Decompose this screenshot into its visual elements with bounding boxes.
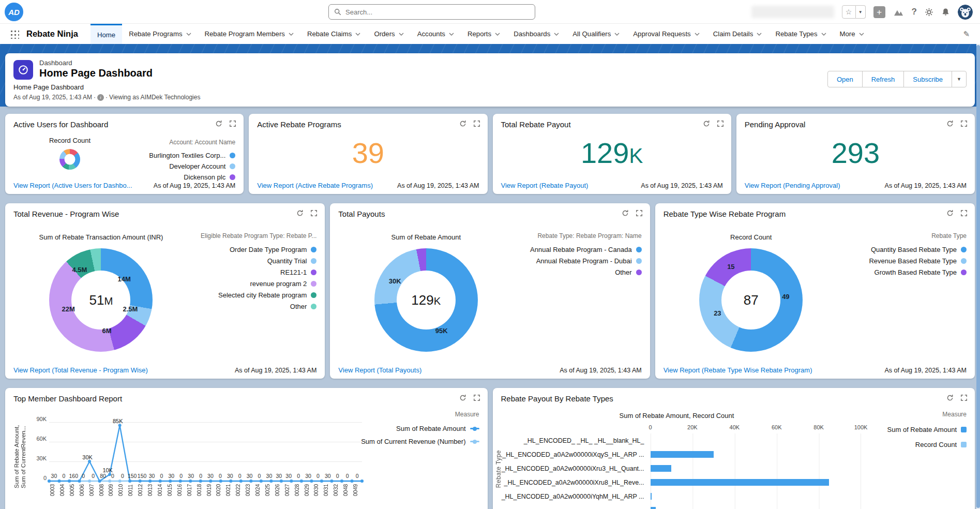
legend-dot	[230, 163, 235, 169]
chevron-down-icon	[757, 33, 762, 36]
slice-label: 95K	[435, 327, 448, 335]
chevron-down-icon	[614, 33, 620, 36]
nav-tab[interactable]: Rebate Program Members	[198, 24, 300, 44]
widget-total-revenue-program-wise: Total Revenue - Program Wise Sum of Reba…	[5, 203, 325, 379]
view-report-link[interactable]: View Report (Active Users for Dashbo...	[13, 182, 132, 189]
expand-icon[interactable]	[473, 120, 480, 127]
nav-tab[interactable]: Rebate Claims	[300, 24, 368, 44]
notifications-bell-icon[interactable]	[941, 8, 950, 17]
view-report-link[interactable]: View Report (Total Revenue - Program Wis…	[13, 366, 148, 374]
edit-page-pencil-icon[interactable]: ✎	[963, 29, 970, 39]
dashboard-subtitle: Home Page Dashboard	[13, 83, 84, 91]
refresh-icon[interactable]	[703, 120, 710, 127]
donut-chart[interactable]	[59, 149, 80, 170]
chevron-down-icon	[399, 33, 404, 36]
expand-icon[interactable]	[717, 120, 724, 127]
expand-icon[interactable]	[636, 209, 643, 217]
search-input[interactable]	[345, 8, 530, 16]
widget-total-payouts: Total Payouts Sum of Rebate Amount 129K …	[330, 203, 650, 379]
trailhead-icon[interactable]	[893, 8, 904, 17]
slice-label: 22M	[62, 305, 74, 313]
refresh-icon[interactable]	[215, 120, 222, 127]
widget-asof: As of Aug 19, 2025, 1:43 AM	[235, 367, 316, 374]
scrollbar-thumb[interactable]	[976, 45, 980, 508]
legend-item: Sum of Rebate Amount	[361, 422, 479, 435]
refresh-icon[interactable]	[946, 120, 954, 127]
more-actions-dropdown[interactable]: ▼	[952, 71, 967, 87]
refresh-icon[interactable]	[946, 394, 954, 401]
nav-tab[interactable]: Claim Details	[706, 24, 769, 44]
view-report-link[interactable]: View Report (Total Payouts)	[338, 366, 421, 374]
donut-chart[interactable]: 87 49 23 15	[699, 248, 803, 352]
expand-icon[interactable]	[229, 120, 236, 127]
refresh-icon[interactable]	[459, 120, 466, 127]
legend-line-marker	[470, 441, 479, 442]
setup-gear-icon[interactable]	[925, 8, 933, 17]
chevron-down-icon	[449, 33, 454, 36]
user-avatar[interactable]	[958, 5, 973, 20]
legend-dot	[961, 247, 967, 252]
metric-value: 129K	[493, 139, 731, 168]
widget-title: Rebate Payout By Rebate Types	[501, 394, 613, 403]
donut-chart[interactable]: 51M 14M 2.5M 6M 22M 4.5M	[49, 248, 153, 352]
view-report-link[interactable]: View Report (Rebate Payout)	[501, 182, 589, 189]
chart-legend: Rebate Type: Rebate Program: Name Annual…	[530, 232, 642, 278]
open-button[interactable]: Open	[827, 71, 863, 87]
refresh-icon[interactable]	[622, 209, 629, 217]
nav-tab[interactable]: Accounts	[411, 24, 461, 44]
help-icon[interactable]: ?	[912, 7, 917, 17]
widget-title: Total Rebate Payout	[501, 120, 571, 129]
nav-tab[interactable]: Rebate Programs	[122, 24, 198, 44]
chart-legend: Account: Account Name Burlington Textile…	[149, 139, 235, 183]
nav-tab[interactable]: Reports	[461, 24, 507, 44]
global-actions-add-icon[interactable]: +	[873, 6, 885, 18]
nav-tab[interactable]: All Qualifiers	[566, 24, 626, 44]
widget-title: Rebate Type Wise Rebate Program	[664, 209, 786, 218]
legend-item: Annual Rebate Program - Canada	[530, 244, 642, 255]
subscribe-button[interactable]: Subscribe	[903, 71, 952, 87]
info-icon[interactable]: i	[97, 94, 104, 101]
legend-item: Sum of Current Revenue (Number)	[361, 435, 479, 448]
widget-active-rebate-programs: Active Rebate Programs 39 View Report (A…	[249, 114, 487, 194]
nav-tab[interactable]: Approval Requests	[626, 24, 706, 44]
bar[interactable]	[651, 507, 656, 509]
slice-label: 23	[714, 309, 721, 317]
legend-dot	[311, 258, 316, 264]
expand-icon[interactable]	[473, 394, 480, 401]
line-chart[interactable]	[49, 422, 362, 481]
expand-icon[interactable]	[960, 120, 968, 127]
refresh-button[interactable]: Refresh	[862, 71, 904, 87]
bar[interactable]	[651, 451, 714, 458]
view-report-link[interactable]: View Report (Pending Approval)	[745, 182, 840, 189]
favorites-dropdown-icon[interactable]: ▼	[856, 5, 866, 19]
chevron-down-icon	[186, 33, 191, 36]
global-search[interactable]	[328, 4, 535, 20]
widget-title: Total Revenue - Program Wise	[13, 209, 119, 218]
dashboard-actions: Open Refresh Subscribe ▼	[827, 71, 967, 87]
nav-tab[interactable]: More	[833, 24, 871, 44]
nav-tab[interactable]: Dashboards	[507, 24, 566, 44]
refresh-icon[interactable]	[296, 209, 304, 217]
nav-tab[interactable]: Orders	[367, 24, 410, 44]
app-launcher-icon[interactable]	[9, 29, 19, 39]
record-type-label: Dashboard	[39, 59, 72, 67]
bar[interactable]	[651, 479, 830, 486]
bar[interactable]	[651, 465, 672, 472]
donut-chart[interactable]: 129K 95K 30K	[374, 248, 478, 352]
expand-icon[interactable]	[310, 209, 318, 217]
nav-tab[interactable]: Rebate Types	[768, 24, 833, 44]
legend-item: Record Count	[887, 437, 967, 452]
view-report-link[interactable]: View Report (Active Rebate Programs)	[257, 182, 373, 189]
legend-item: Annual Rebate Program - Dubai	[530, 255, 642, 266]
page-scrollbar[interactable]	[976, 44, 980, 509]
tab-home[interactable]: Home	[91, 24, 122, 44]
refresh-icon[interactable]	[946, 209, 954, 217]
view-report-link[interactable]: View Report (Rebate Type Wise Rebate Pro…	[664, 366, 812, 374]
bar[interactable]	[651, 493, 652, 500]
legend-dot	[636, 270, 642, 275]
redacted-user-text	[751, 6, 834, 18]
refresh-icon[interactable]	[459, 394, 466, 401]
expand-icon[interactable]	[960, 394, 968, 401]
expand-icon[interactable]	[960, 209, 968, 217]
favorites-star-icon[interactable]: ☆	[842, 5, 856, 19]
